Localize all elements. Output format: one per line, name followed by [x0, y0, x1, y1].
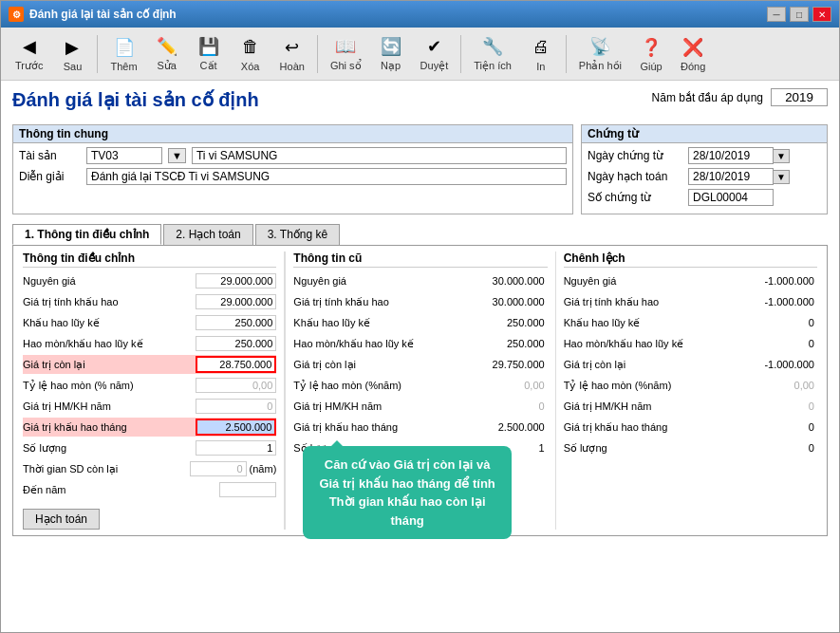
dc-so-luong-input[interactable] [196, 440, 276, 456]
ngay-chung-tu-row: Ngày chứng từ ▼ [588, 147, 821, 164]
tai-san-name-input[interactable] [192, 147, 567, 164]
forward-label: Sau [64, 61, 83, 72]
toolbar: ◀ Trước ▶ Sau 📄 Thêm ✏️ Sửa 💾 Cất 🗑 Xóa … [1, 28, 839, 81]
sep-3 [460, 35, 461, 73]
close-label: Đóng [681, 61, 705, 72]
cl-khau-hao-luy-ke-label: Khấu hao lũy kế [564, 317, 737, 329]
so-chung-tu-input[interactable] [688, 189, 774, 206]
so-chung-tu-row: Số chứng từ [588, 189, 821, 206]
thong-tin-chung-body: Tài sản ▼ Diễn giải [13, 143, 572, 193]
dc-gia-tri-tinh-input[interactable] [196, 294, 276, 309]
save-button[interactable]: 💾 Cất [190, 32, 228, 75]
save-label: Cất [200, 60, 217, 72]
dc-ty-le-label: Tỷ lệ hao mòn (% năm) [23, 380, 196, 392]
dc-nguyen-gia-row: Nguyên giá [23, 271, 276, 290]
delete-button[interactable]: 🗑 Xóa [232, 33, 270, 75]
dien-giai-label: Diễn giải [19, 170, 81, 183]
tai-san-row: Tài sản ▼ [19, 147, 567, 164]
cl-ty-le-row: Tỷ lệ hao mòn (%năm) 0,00 [564, 376, 817, 395]
dc-thoi-gian-input[interactable] [190, 461, 247, 476]
cu-khau-hao-luy-ke-value: 250.000 [467, 316, 548, 329]
maximize-button[interactable]: □ [790, 7, 809, 22]
approve-button[interactable]: ✔ Duyệt [414, 32, 456, 75]
reload-label: Nạp [381, 60, 401, 72]
add-button[interactable]: 📄 Thêm [103, 33, 143, 75]
minimize-button[interactable]: ─ [767, 7, 786, 22]
toolbar-close-button[interactable]: ❌ Đóng [674, 33, 712, 75]
edit-button[interactable]: ✏️ Sửa [148, 32, 186, 75]
thong-tin-chung-section: Thông tin chung Tài sản ▼ Diễn giải [12, 124, 573, 214]
cu-hao-mon-value: 250.000 [467, 337, 548, 350]
tai-san-dropdown[interactable]: ▼ [168, 148, 186, 163]
utility-button[interactable]: 🔧 Tiện ích [467, 32, 518, 75]
delete-icon: 🗑 [239, 36, 262, 59]
dc-so-luong-label: Số lượng [23, 442, 196, 455]
back-button[interactable]: ◀ Trước [9, 32, 49, 75]
cl-ty-le-value: 0,00 [737, 379, 817, 392]
cu-nguyen-gia-row: Nguyên giá 30.000.000 [293, 271, 547, 290]
forward-button[interactable]: ▶ Sau [53, 33, 91, 75]
cl-ty-le-label: Tỷ lệ hao mòn (%năm) [564, 380, 737, 392]
dc-ty-le-input[interactable] [196, 378, 276, 393]
tooltip-bubble: Căn cứ vào Giá trị còn lại và Giá trị kh… [303, 446, 512, 539]
tab-content-wrapper: Thông tin điều chỉnh Nguyên giá Giá trị … [19, 251, 821, 530]
sep-4 [566, 35, 567, 73]
cu-hao-mon-label: Hao mòn/khấu hao lũy kế [293, 338, 466, 350]
reload-icon: 🔄 [380, 35, 402, 58]
ngay-hach-toan-combo: ▼ [688, 168, 790, 185]
edit-icon: ✏️ [156, 35, 178, 58]
post-icon: 📖 [334, 35, 357, 58]
cu-ty-le-row: Tỷ lệ hao mòn (%năm) 0,00 [293, 376, 547, 395]
window-close-button[interactable]: ✕ [812, 7, 831, 22]
dc-gia-tri-hm-input[interactable] [196, 399, 276, 414]
dc-hao-mon-input[interactable] [196, 336, 276, 351]
close-icon: ❌ [681, 36, 704, 59]
dc-khau-hao-luy-ke-row: Khấu hao lũy kế [23, 313, 276, 332]
cu-nguyen-gia-label: Nguyên giá [293, 275, 466, 287]
cu-khau-hao-thang-value: 2.500.000 [467, 420, 548, 434]
reload-button[interactable]: 🔄 Nạp [372, 32, 410, 75]
restore-button[interactable]: ↩ Hoàn [273, 33, 311, 75]
dc-nguyen-gia-input[interactable] [196, 273, 276, 289]
ngay-hach-toan-input[interactable] [688, 168, 774, 185]
edit-label: Sửa [157, 60, 176, 72]
cu-ty-le-label: Tỷ lệ hao mòn (%năm) [293, 380, 466, 392]
post-button[interactable]: 📖 Ghi sổ [324, 32, 368, 75]
add-label: Thêm [110, 61, 137, 72]
ngay-chung-tu-dropdown[interactable]: ▼ [774, 149, 790, 163]
delete-label: Xóa [241, 61, 260, 72]
thong-tin-chung-title: Thông tin chung [13, 125, 572, 143]
tab-hach-toan[interactable]: 2. Hạch toán [163, 224, 252, 245]
ngay-hach-toan-dropdown[interactable]: ▼ [774, 170, 790, 184]
tab-thong-tin[interactable]: 1. Thông tin điều chỉnh [12, 224, 161, 245]
dc-ty-le-row: Tỷ lệ hao mòn (% năm) [23, 376, 276, 395]
ngay-chung-tu-input[interactable] [688, 147, 774, 164]
dc-khau-hao-luy-ke-input[interactable] [196, 315, 276, 330]
hach-toan-button[interactable]: Hạch toán [23, 509, 100, 530]
dc-den-nam-input[interactable] [219, 482, 276, 497]
tab-thong-ke[interactable]: 3. Thống kê [255, 224, 340, 245]
dien-giai-input[interactable] [86, 168, 567, 185]
help-button[interactable]: ❓ Giúp [632, 33, 670, 75]
cl-khau-hao-luy-ke-row: Khấu hao lũy kế 0 [564, 313, 817, 332]
main-content: Đánh giá lại tài sản cố định Năm bắt đầu… [1, 81, 839, 632]
title-bar: ⚙ Đánh giá lại tài sản cố định ─ □ ✕ [1, 1, 839, 28]
dc-gia-tri-con-lai-input[interactable] [196, 356, 276, 373]
dien-giai-row: Diễn giải [19, 168, 567, 185]
dc-hao-mon-label: Hao mòn/khấu hao lũy kế [23, 338, 196, 350]
print-button[interactable]: 🖨 In [522, 33, 560, 75]
tai-san-code-input[interactable] [86, 147, 162, 164]
cu-gia-tri-con-lai-value: 29.750.000 [467, 358, 548, 371]
post-label: Ghi sổ [330, 60, 362, 72]
dc-gia-tri-tinh-row: Giá trị tính khấu hao [23, 292, 276, 311]
cu-gia-tri-hm-value: 0 [467, 400, 548, 413]
feedback-button[interactable]: 📡 Phản hồi [572, 32, 628, 75]
nam-bat-dau-input[interactable] [771, 88, 828, 106]
dc-hao-mon-row: Hao mòn/khấu hao lũy kế [23, 334, 276, 353]
col-dieu-chinh: Thông tin điều chỉnh Nguyên giá Giá trị … [19, 251, 285, 530]
cu-hao-mon-row: Hao mòn/khấu hao lũy kế 250.000 [293, 334, 547, 353]
dc-gia-tri-tinh-label: Giá trị tính khấu hao [23, 296, 196, 308]
cl-gia-tri-tinh-label: Giá trị tính khấu hao [564, 296, 737, 308]
dc-khau-hao-thang-input[interactable] [196, 419, 276, 436]
cl-hao-mon-row: Hao mòn/khấu hao lũy kế 0 [564, 334, 817, 353]
